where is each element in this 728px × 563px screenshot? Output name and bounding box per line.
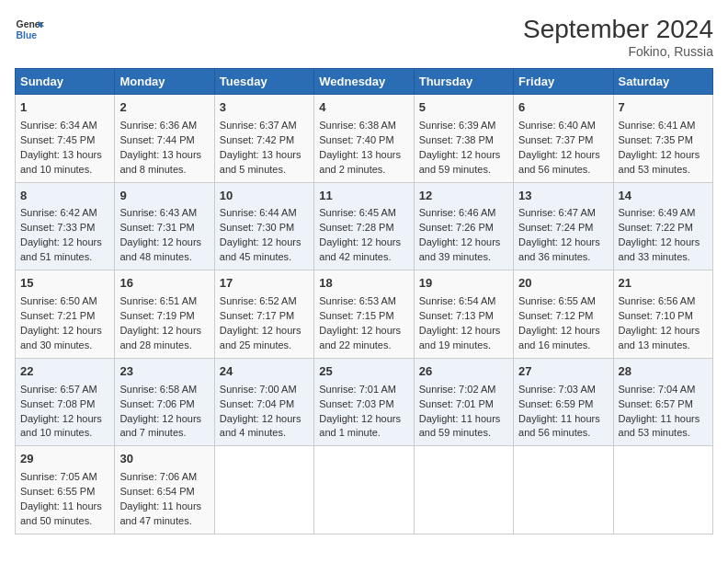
cell-line: Daylight: 12 hours — [220, 324, 309, 339]
calendar-cell: 27Sunrise: 7:03 AMSunset: 6:59 PMDayligh… — [514, 358, 613, 446]
calendar-cell: 21Sunrise: 6:56 AMSunset: 7:10 PMDayligh… — [613, 270, 712, 359]
cell-line: Sunrise: 6:38 AM — [319, 119, 408, 133]
cell-line: Sunrise: 6:54 AM — [419, 294, 508, 309]
cell-line: and 7 minutes. — [119, 426, 209, 441]
cell-line: Daylight: 12 hours — [20, 236, 109, 250]
cell-line: Sunrise: 6:53 AM — [319, 294, 408, 309]
calendar-cell: 30Sunrise: 7:06 AMSunset: 6:54 PMDayligh… — [115, 446, 214, 534]
cell-line: Sunrise: 6:39 AM — [419, 119, 508, 133]
cell-line: Sunset: 7:08 PM — [20, 397, 109, 412]
cell-line: Sunrise: 7:01 AM — [319, 383, 408, 397]
cell-line: Daylight: 12 hours — [119, 324, 209, 339]
cell-line: Sunrise: 7:00 AM — [220, 383, 309, 397]
cell-line: Sunset: 7:03 PM — [319, 397, 408, 412]
cell-line: and 59 minutes. — [419, 426, 508, 441]
calendar-cell: 29Sunrise: 7:05 AMSunset: 6:55 PMDayligh… — [16, 446, 115, 534]
cell-line: Daylight: 12 hours — [319, 236, 408, 250]
cell-line: Sunset: 7:24 PM — [518, 221, 608, 236]
day-number: 7 — [619, 99, 708, 117]
cell-line: and 45 minutes. — [220, 250, 309, 265]
calendar-cell: 5Sunrise: 6:39 AMSunset: 7:38 PMDaylight… — [414, 95, 513, 183]
cell-line: Sunrise: 6:46 AM — [419, 206, 508, 221]
cell-line: Sunset: 6:54 PM — [119, 485, 209, 500]
cell-line: Daylight: 11 hours — [419, 412, 508, 427]
calendar-cell: 11Sunrise: 6:45 AMSunset: 7:28 PMDayligh… — [314, 182, 414, 270]
calendar-cell: 24Sunrise: 7:00 AMSunset: 7:04 PMDayligh… — [214, 358, 313, 446]
cell-line: Daylight: 12 hours — [20, 412, 109, 427]
calendar-cell: 13Sunrise: 6:47 AMSunset: 7:24 PMDayligh… — [514, 182, 613, 270]
calendar-cell: 1Sunrise: 6:34 AMSunset: 7:45 PMDaylight… — [16, 95, 115, 183]
cell-line: Sunset: 7:45 PM — [20, 133, 109, 148]
cell-line: Sunrise: 7:06 AM — [119, 470, 209, 485]
day-number: 6 — [518, 99, 608, 117]
day-number: 5 — [419, 99, 508, 117]
day-number: 14 — [619, 188, 708, 205]
svg-text:Blue: Blue — [17, 30, 38, 40]
cell-line: Sunset: 7:06 PM — [119, 397, 209, 412]
cell-line: Daylight: 11 hours — [20, 500, 109, 514]
cell-line: and 5 minutes. — [220, 163, 309, 178]
cell-line: and 51 minutes. — [20, 250, 109, 265]
cell-line: Sunrise: 6:44 AM — [220, 206, 309, 221]
calendar-cell: 17Sunrise: 6:52 AMSunset: 7:17 PMDayligh… — [214, 270, 313, 359]
cell-line: Sunset: 7:37 PM — [518, 133, 608, 148]
cell-line: and 56 minutes. — [518, 426, 608, 441]
cell-line: Sunrise: 6:42 AM — [20, 206, 109, 221]
day-number: 12 — [419, 188, 508, 205]
cell-line: Daylight: 12 hours — [220, 412, 309, 427]
cell-line: Daylight: 12 hours — [119, 236, 209, 250]
cell-line: Daylight: 12 hours — [518, 148, 608, 163]
cell-line: Sunset: 7:19 PM — [119, 309, 209, 324]
day-number: 30 — [119, 451, 209, 468]
day-number: 16 — [119, 275, 209, 293]
cell-line: Daylight: 12 hours — [220, 236, 309, 250]
cell-line: and 4 minutes. — [220, 426, 309, 441]
calendar-cell — [314, 446, 414, 534]
weekday-header-row: SundayMondayTuesdayWednesdayThursdayFrid… — [16, 69, 713, 95]
calendar-cell: 28Sunrise: 7:04 AMSunset: 6:57 PMDayligh… — [613, 358, 712, 446]
day-number: 15 — [20, 275, 109, 293]
cell-line: Sunrise: 6:41 AM — [619, 119, 708, 133]
cell-line: Daylight: 11 hours — [518, 412, 608, 427]
cell-line: and 59 minutes. — [419, 163, 508, 178]
calendar-cell: 14Sunrise: 6:49 AMSunset: 7:22 PMDayligh… — [613, 182, 712, 270]
calendar-week-row: 1Sunrise: 6:34 AMSunset: 7:45 PMDaylight… — [16, 95, 713, 183]
cell-line: Daylight: 12 hours — [319, 412, 408, 427]
day-number: 3 — [220, 99, 309, 117]
weekday-header: Monday — [115, 69, 214, 95]
calendar-cell — [613, 446, 712, 534]
calendar-cell: 16Sunrise: 6:51 AMSunset: 7:19 PMDayligh… — [115, 270, 214, 359]
cell-line: Daylight: 12 hours — [20, 324, 109, 339]
cell-line: Sunrise: 6:50 AM — [20, 294, 109, 309]
cell-line: and 53 minutes. — [619, 163, 708, 178]
calendar-cell: 23Sunrise: 6:58 AMSunset: 7:06 PMDayligh… — [115, 358, 214, 446]
weekday-header: Thursday — [414, 69, 513, 95]
cell-line: Daylight: 12 hours — [419, 236, 508, 250]
cell-line: Daylight: 13 hours — [20, 148, 109, 163]
cell-line: Sunrise: 7:04 AM — [619, 383, 708, 397]
cell-line: and 19 minutes. — [419, 339, 508, 353]
title-block: September 2024 Fokino, Russia — [523, 15, 713, 59]
calendar-cell: 19Sunrise: 6:54 AMSunset: 7:13 PMDayligh… — [414, 270, 513, 359]
cell-line: Daylight: 13 hours — [220, 148, 309, 163]
cell-line: Sunset: 7:15 PM — [319, 309, 408, 324]
cell-line: Sunset: 7:04 PM — [220, 397, 309, 412]
cell-line: Sunset: 7:01 PM — [419, 397, 508, 412]
day-number: 10 — [220, 188, 309, 205]
cell-line: Sunrise: 6:57 AM — [20, 383, 109, 397]
calendar-cell: 20Sunrise: 6:55 AMSunset: 7:12 PMDayligh… — [514, 270, 613, 359]
cell-line: and 48 minutes. — [119, 250, 209, 265]
weekday-header: Friday — [514, 69, 613, 95]
cell-line: Daylight: 11 hours — [619, 412, 708, 427]
day-number: 20 — [518, 275, 608, 293]
cell-line: Sunrise: 6:45 AM — [319, 206, 408, 221]
cell-line: Sunset: 7:44 PM — [119, 133, 209, 148]
cell-line: Sunset: 7:35 PM — [619, 133, 708, 148]
weekday-header: Tuesday — [214, 69, 313, 95]
cell-line: Daylight: 13 hours — [319, 148, 408, 163]
cell-line: and 39 minutes. — [419, 250, 508, 265]
day-number: 26 — [419, 363, 508, 381]
cell-line: and 10 minutes. — [20, 426, 109, 441]
cell-line: Daylight: 12 hours — [119, 412, 209, 427]
cell-line: Daylight: 12 hours — [518, 324, 608, 339]
